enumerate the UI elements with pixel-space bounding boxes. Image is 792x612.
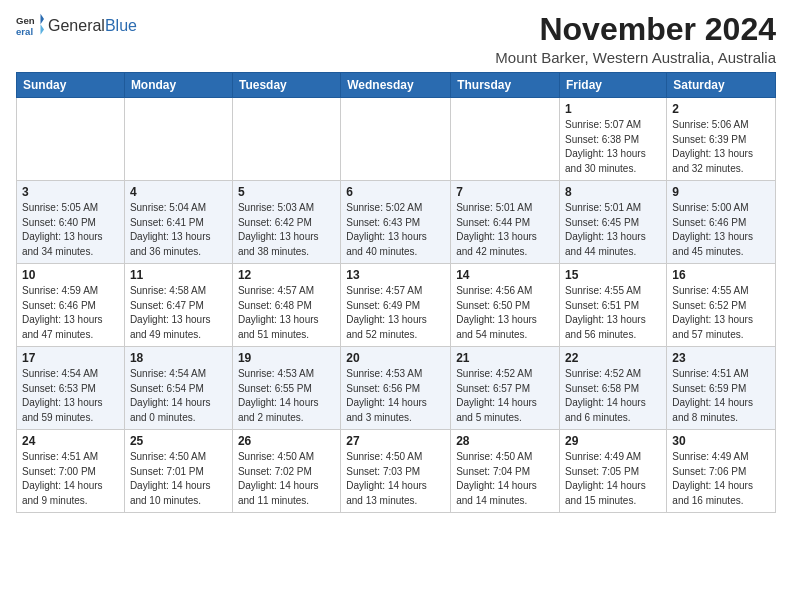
calendar-cell xyxy=(232,98,340,181)
calendar-cell: 14Sunrise: 4:56 AMSunset: 6:50 PMDayligh… xyxy=(451,264,560,347)
calendar-cell: 11Sunrise: 4:58 AMSunset: 6:47 PMDayligh… xyxy=(124,264,232,347)
svg-text:eral: eral xyxy=(16,26,33,37)
day-info: Sunrise: 4:55 AMSunset: 6:52 PMDaylight:… xyxy=(672,284,770,342)
weekday-header-sunday: Sunday xyxy=(17,73,125,98)
calendar-cell: 10Sunrise: 4:59 AMSunset: 6:46 PMDayligh… xyxy=(17,264,125,347)
day-info: Sunrise: 4:50 AMSunset: 7:02 PMDaylight:… xyxy=(238,450,335,508)
calendar-cell: 18Sunrise: 4:54 AMSunset: 6:54 PMDayligh… xyxy=(124,347,232,430)
day-info: Sunrise: 5:01 AMSunset: 6:45 PMDaylight:… xyxy=(565,201,661,259)
day-number: 4 xyxy=(130,185,227,199)
day-number: 1 xyxy=(565,102,661,116)
calendar-cell: 3Sunrise: 5:05 AMSunset: 6:40 PMDaylight… xyxy=(17,181,125,264)
calendar-cell xyxy=(341,98,451,181)
day-info: Sunrise: 5:07 AMSunset: 6:38 PMDaylight:… xyxy=(565,118,661,176)
calendar-week-5: 24Sunrise: 4:51 AMSunset: 7:00 PMDayligh… xyxy=(17,430,776,513)
day-info: Sunrise: 5:02 AMSunset: 6:43 PMDaylight:… xyxy=(346,201,445,259)
day-info: Sunrise: 5:06 AMSunset: 6:39 PMDaylight:… xyxy=(672,118,770,176)
calendar-cell: 28Sunrise: 4:50 AMSunset: 7:04 PMDayligh… xyxy=(451,430,560,513)
calendar-cell: 13Sunrise: 4:57 AMSunset: 6:49 PMDayligh… xyxy=(341,264,451,347)
day-number: 24 xyxy=(22,434,119,448)
day-number: 9 xyxy=(672,185,770,199)
logo-blue-text: Blue xyxy=(105,17,137,35)
calendar-cell: 12Sunrise: 4:57 AMSunset: 6:48 PMDayligh… xyxy=(232,264,340,347)
day-info: Sunrise: 5:01 AMSunset: 6:44 PMDaylight:… xyxy=(456,201,554,259)
svg-marker-4 xyxy=(41,24,45,35)
calendar-cell xyxy=(451,98,560,181)
day-number: 3 xyxy=(22,185,119,199)
day-number: 21 xyxy=(456,351,554,365)
day-info: Sunrise: 4:50 AMSunset: 7:04 PMDaylight:… xyxy=(456,450,554,508)
day-info: Sunrise: 4:57 AMSunset: 6:48 PMDaylight:… xyxy=(238,284,335,342)
location: Mount Barker, Western Australia, Austral… xyxy=(495,49,776,66)
day-number: 2 xyxy=(672,102,770,116)
calendar-cell: 6Sunrise: 5:02 AMSunset: 6:43 PMDaylight… xyxy=(341,181,451,264)
calendar-week-1: 1Sunrise: 5:07 AMSunset: 6:38 PMDaylight… xyxy=(17,98,776,181)
calendar-cell: 5Sunrise: 5:03 AMSunset: 6:42 PMDaylight… xyxy=(232,181,340,264)
day-number: 26 xyxy=(238,434,335,448)
logo-general-text: General xyxy=(48,17,105,35)
day-info: Sunrise: 5:03 AMSunset: 6:42 PMDaylight:… xyxy=(238,201,335,259)
svg-text:Gen: Gen xyxy=(16,15,35,26)
day-number: 17 xyxy=(22,351,119,365)
day-number: 29 xyxy=(565,434,661,448)
day-number: 11 xyxy=(130,268,227,282)
calendar-cell: 17Sunrise: 4:54 AMSunset: 6:53 PMDayligh… xyxy=(17,347,125,430)
day-info: Sunrise: 4:59 AMSunset: 6:46 PMDaylight:… xyxy=(22,284,119,342)
day-number: 7 xyxy=(456,185,554,199)
weekday-header-thursday: Thursday xyxy=(451,73,560,98)
day-info: Sunrise: 4:50 AMSunset: 7:03 PMDaylight:… xyxy=(346,450,445,508)
weekday-header-monday: Monday xyxy=(124,73,232,98)
calendar-cell: 20Sunrise: 4:53 AMSunset: 6:56 PMDayligh… xyxy=(341,347,451,430)
day-info: Sunrise: 4:57 AMSunset: 6:49 PMDaylight:… xyxy=(346,284,445,342)
day-info: Sunrise: 5:00 AMSunset: 6:46 PMDaylight:… xyxy=(672,201,770,259)
calendar-cell: 7Sunrise: 5:01 AMSunset: 6:44 PMDaylight… xyxy=(451,181,560,264)
day-number: 13 xyxy=(346,268,445,282)
weekday-header-friday: Friday xyxy=(560,73,667,98)
calendar-cell: 8Sunrise: 5:01 AMSunset: 6:45 PMDaylight… xyxy=(560,181,667,264)
calendar-cell: 25Sunrise: 4:50 AMSunset: 7:01 PMDayligh… xyxy=(124,430,232,513)
day-info: Sunrise: 4:49 AMSunset: 7:05 PMDaylight:… xyxy=(565,450,661,508)
calendar-cell: 26Sunrise: 4:50 AMSunset: 7:02 PMDayligh… xyxy=(232,430,340,513)
day-number: 16 xyxy=(672,268,770,282)
day-info: Sunrise: 4:52 AMSunset: 6:58 PMDaylight:… xyxy=(565,367,661,425)
day-info: Sunrise: 5:05 AMSunset: 6:40 PMDaylight:… xyxy=(22,201,119,259)
calendar-cell xyxy=(17,98,125,181)
logo-icon: Gen eral xyxy=(16,12,44,40)
month-title: November 2024 xyxy=(495,12,776,47)
calendar-cell: 27Sunrise: 4:50 AMSunset: 7:03 PMDayligh… xyxy=(341,430,451,513)
day-info: Sunrise: 4:54 AMSunset: 6:54 PMDaylight:… xyxy=(130,367,227,425)
title-block: November 2024 Mount Barker, Western Aust… xyxy=(495,12,776,66)
calendar-cell: 9Sunrise: 5:00 AMSunset: 6:46 PMDaylight… xyxy=(667,181,776,264)
calendar-cell: 4Sunrise: 5:04 AMSunset: 6:41 PMDaylight… xyxy=(124,181,232,264)
calendar-table: SundayMondayTuesdayWednesdayThursdayFrid… xyxy=(16,72,776,513)
day-number: 5 xyxy=(238,185,335,199)
svg-marker-3 xyxy=(41,14,45,25)
calendar-week-2: 3Sunrise: 5:05 AMSunset: 6:40 PMDaylight… xyxy=(17,181,776,264)
day-number: 6 xyxy=(346,185,445,199)
day-number: 28 xyxy=(456,434,554,448)
day-info: Sunrise: 4:58 AMSunset: 6:47 PMDaylight:… xyxy=(130,284,227,342)
day-number: 15 xyxy=(565,268,661,282)
day-info: Sunrise: 4:51 AMSunset: 7:00 PMDaylight:… xyxy=(22,450,119,508)
day-number: 25 xyxy=(130,434,227,448)
calendar-cell xyxy=(124,98,232,181)
header: Gen eral General Blue November 2024 Moun… xyxy=(16,12,776,66)
day-number: 14 xyxy=(456,268,554,282)
calendar-cell: 15Sunrise: 4:55 AMSunset: 6:51 PMDayligh… xyxy=(560,264,667,347)
day-info: Sunrise: 4:53 AMSunset: 6:56 PMDaylight:… xyxy=(346,367,445,425)
weekday-header-saturday: Saturday xyxy=(667,73,776,98)
day-info: Sunrise: 4:54 AMSunset: 6:53 PMDaylight:… xyxy=(22,367,119,425)
day-number: 19 xyxy=(238,351,335,365)
day-info: Sunrise: 5:04 AMSunset: 6:41 PMDaylight:… xyxy=(130,201,227,259)
day-number: 23 xyxy=(672,351,770,365)
day-info: Sunrise: 4:53 AMSunset: 6:55 PMDaylight:… xyxy=(238,367,335,425)
day-info: Sunrise: 4:55 AMSunset: 6:51 PMDaylight:… xyxy=(565,284,661,342)
calendar-cell: 2Sunrise: 5:06 AMSunset: 6:39 PMDaylight… xyxy=(667,98,776,181)
weekday-header-row: SundayMondayTuesdayWednesdayThursdayFrid… xyxy=(17,73,776,98)
day-number: 18 xyxy=(130,351,227,365)
calendar-cell: 22Sunrise: 4:52 AMSunset: 6:58 PMDayligh… xyxy=(560,347,667,430)
calendar-cell: 1Sunrise: 5:07 AMSunset: 6:38 PMDaylight… xyxy=(560,98,667,181)
day-info: Sunrise: 4:51 AMSunset: 6:59 PMDaylight:… xyxy=(672,367,770,425)
day-number: 22 xyxy=(565,351,661,365)
calendar-cell: 16Sunrise: 4:55 AMSunset: 6:52 PMDayligh… xyxy=(667,264,776,347)
